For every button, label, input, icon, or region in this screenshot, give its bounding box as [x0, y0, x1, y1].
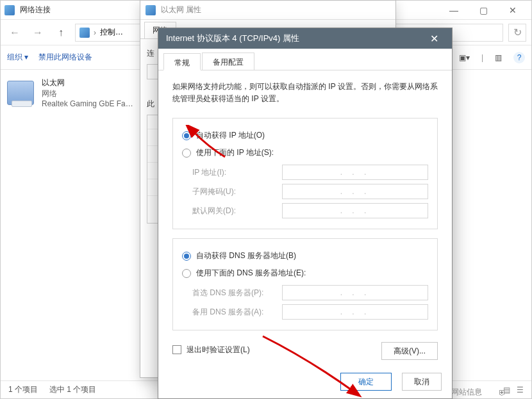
validate-checkbox-row[interactable]: 退出时验证设置(L) 高级(V)...: [172, 339, 438, 360]
adapter-status: 网络: [42, 88, 133, 99]
cancel-button[interactable]: 取消: [402, 373, 442, 391]
window-icon: [4, 5, 15, 15]
site-info-label: 网站信息: [451, 387, 482, 398]
advanced-row: 高级(V)...: [381, 342, 438, 360]
dns2-label: 备用 DNS 服务器(A):: [192, 307, 282, 318]
radio-manual-dns[interactable]: [182, 269, 191, 278]
subnet-mask-label: 子网掩码(U):: [192, 186, 282, 197]
radio-auto-ip-label: 自动获得 IP 地址(O): [196, 130, 265, 141]
ipv4-titlebar[interactable]: Internet 协议版本 4 (TCP/IPv4) 属性 ✕: [158, 28, 452, 49]
view-list-icon[interactable]: ☰: [517, 386, 524, 395]
adapter-text: 以太网 网络 Realtek Gaming GbE Fa…: [42, 77, 133, 108]
subnet-mask-input[interactable]: . . .: [282, 184, 428, 199]
minimize-button[interactable]: —: [439, 1, 469, 20]
details-pane-button[interactable]: ▥: [495, 53, 502, 62]
adapter-name: 以太网: [42, 77, 133, 88]
dns2-input[interactable]: . . .: [282, 304, 428, 320]
ok-button[interactable]: 确定: [340, 373, 392, 391]
disable-device-button[interactable]: 禁用此网络设备: [38, 52, 92, 63]
ipv4-tabs: 常规 备用配置: [158, 49, 452, 70]
radio-auto-dns-row[interactable]: 自动获得 DNS 服务器地址(B): [182, 250, 428, 261]
tab-alternate[interactable]: 备用配置: [202, 53, 254, 70]
validate-checkbox[interactable]: [172, 345, 181, 354]
adapter-device: Realtek Gaming GbE Fa…: [42, 99, 133, 108]
radio-auto-dns-label: 自动获得 DNS 服务器地址(B): [196, 250, 296, 261]
validate-label: 退出时验证设置(L): [187, 345, 250, 355]
shield-icon: ⛨: [499, 388, 506, 397]
dialog-buttons: 确定 取消: [340, 373, 442, 391]
radio-auto-ip-row[interactable]: 自动获得 IP 地址(O): [182, 130, 428, 141]
breadcrumb-sep: ›: [94, 28, 96, 37]
network-adapter-item[interactable]: 以太网 网络 Realtek Gaming GbE Fa…: [7, 77, 135, 108]
breadcrumb-item[interactable]: 控制…: [100, 27, 123, 38]
adapter-icon: [7, 81, 34, 105]
help-icon[interactable]: ?: [513, 52, 525, 63]
gateway-label: 默认网关(D):: [192, 206, 282, 216]
tab-general[interactable]: 常规: [163, 53, 201, 70]
ipv4-properties-dialog: Internet 协议版本 4 (TCP/IPv4) 属性 ✕ 常规 备用配置 …: [158, 28, 453, 399]
dns-settings-group: 自动获得 DNS 服务器地址(B) 使用下面的 DNS 服务器地址(E): 首选…: [172, 238, 438, 330]
dns1-label: 首选 DNS 服务器(P):: [192, 288, 282, 298]
window-controls: — ▢ ✕: [439, 1, 528, 20]
nav-back-button[interactable]: ←: [6, 24, 24, 42]
refresh-button[interactable]: ↻: [508, 24, 526, 42]
eth-title-icon: [145, 5, 156, 15]
browser-status-strip: 网站信息 ⛨: [451, 387, 506, 398]
dns2-row: 备用 DNS 服务器(A): . . .: [182, 304, 428, 320]
radio-manual-ip-label: 使用下面的 IP 地址(S):: [196, 147, 274, 158]
subnet-mask-row: 子网掩码(U): . . .: [182, 184, 428, 199]
radio-manual-dns-label: 使用下面的 DNS 服务器地址(E):: [196, 268, 306, 279]
dns1-input[interactable]: . . .: [282, 285, 428, 300]
radio-auto-dns[interactable]: [182, 252, 191, 261]
ipv4-title: Internet 协议版本 4 (TCP/IPv4) 属性: [166, 33, 424, 44]
maximize-button[interactable]: ▢: [469, 1, 498, 20]
view-mode-button[interactable]: ▣▾: [459, 53, 470, 62]
eth-titlebar: 以太网 属性: [140, 1, 395, 20]
ip-address-row: IP 地址(I): . . .: [182, 165, 428, 180]
toolbar-right: ▣▾ | ▥ ?: [459, 52, 525, 63]
gateway-input[interactable]: . . .: [282, 203, 428, 218]
advanced-button[interactable]: 高级(V)...: [381, 342, 438, 360]
status-selected: 选中 1 个项目: [49, 384, 96, 395]
radio-manual-dns-row[interactable]: 使用下面的 DNS 服务器地址(E):: [182, 268, 428, 279]
nav-up-button[interactable]: ↑: [52, 24, 70, 42]
ipv4-description: 如果网络支持此功能，则可以获取自动指派的 IP 设置。否则，你需要从网络系统管理…: [172, 81, 438, 105]
status-item-count: 1 个项目: [8, 384, 38, 395]
close-icon[interactable]: ✕: [424, 33, 444, 45]
breadcrumb-icon: [79, 28, 90, 38]
gateway-row: 默认网关(D): . . .: [182, 203, 428, 218]
window-title: 网络连接: [20, 4, 51, 15]
close-button[interactable]: ✕: [498, 1, 528, 20]
ipv4-body: 如果网络支持此功能，则可以获取自动指派的 IP 设置。否则，你需要从网络系统管理…: [158, 70, 452, 369]
ip-address-label: IP 地址(I):: [192, 167, 282, 178]
eth-title: 以太网 属性: [161, 4, 201, 15]
ip-address-input[interactable]: . . .: [282, 165, 428, 180]
radio-manual-ip[interactable]: [182, 149, 191, 158]
radio-auto-ip[interactable]: [182, 131, 191, 140]
ip-settings-group: 自动获得 IP 地址(O) 使用下面的 IP 地址(S): IP 地址(I): …: [172, 118, 438, 229]
nav-forward-button[interactable]: →: [29, 24, 47, 42]
organize-menu[interactable]: 组织 ▾: [7, 52, 28, 63]
dns1-row: 首选 DNS 服务器(P): . . .: [182, 285, 428, 300]
radio-manual-ip-row[interactable]: 使用下面的 IP 地址(S):: [182, 147, 428, 158]
